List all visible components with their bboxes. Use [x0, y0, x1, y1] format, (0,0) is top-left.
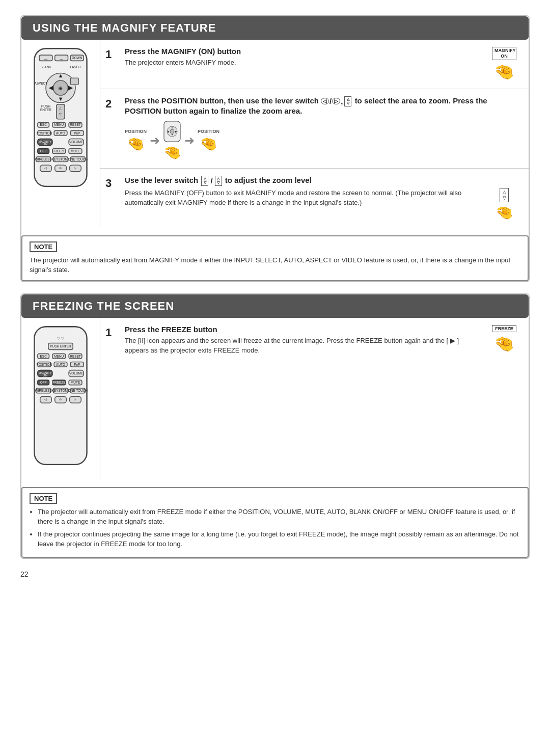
svg-text:▷: ▷	[74, 166, 77, 170]
svg-text:AUTO: AUTO	[56, 362, 65, 366]
svg-text:ASPECT: ASPECT	[34, 82, 47, 85]
svg-text:◁: ◁	[45, 397, 47, 401]
page-number: 22	[20, 570, 530, 578]
step-3-number: 3	[105, 177, 120, 190]
svg-text:▶: ▶	[175, 129, 177, 132]
svg-text:VOLUME: VOLUME	[69, 371, 84, 374]
svg-text:DOWN: DOWN	[72, 56, 82, 60]
svg-text:PnP: PnP	[74, 362, 80, 366]
magnify-step-2: 2 Press the POSITION button, then use th…	[100, 89, 529, 169]
magnify-note: NOTE The projector will automatically ex…	[21, 235, 529, 281]
freeze-step-1-desc: The [II] icon appears and the screen wil…	[125, 336, 484, 356]
step-2-number: 2	[105, 97, 120, 111]
svg-text:FREEZE: FREEZE	[52, 381, 66, 384]
step-1-icon-block: MAGNIFYON 🤏	[489, 47, 519, 82]
svg-text:◁: ◁	[45, 166, 47, 170]
magnify-note-label: NOTE	[30, 241, 57, 252]
svg-text:▲: ▲	[171, 126, 174, 129]
step-3-body: Use the lever switch △▽ / △▽ to adjust t…	[125, 176, 519, 221]
svg-text:▲: ▲	[58, 72, 63, 78]
svg-text:—: —	[44, 57, 48, 61]
freeze-note: NOTE The projector will automatically ex…	[21, 487, 529, 558]
step-3-icon-block: △▽ 🤏	[489, 188, 519, 221]
freeze-step-1: 1 Press the FREEZE button The [II] icon …	[100, 318, 529, 363]
svg-text:RESET: RESET	[70, 354, 81, 358]
magnify-section-header: USING THE MAGNIFY FEATURE	[21, 16, 529, 40]
magnify-section: USING THE MAGNIFY FEATURE — — DOWN BLANK…	[20, 15, 530, 282]
svg-text:▷: ▷	[74, 397, 77, 401]
svg-text:▼: ▼	[58, 96, 63, 102]
svg-text:⊕: ⊕	[59, 85, 63, 91]
svg-text:—: —	[60, 57, 63, 61]
step-2-title: Press the POSITION button, then use the …	[125, 96, 519, 115]
step-1-desc: The projector enters MAGNIFY mode.	[125, 58, 484, 68]
svg-text:ENTER: ENTER	[40, 108, 51, 112]
svg-text:◀: ◀	[48, 85, 53, 91]
svg-text:ON: ON	[43, 373, 48, 376]
magnify-step-1: 1 Press the MAGNIFY (ON) button The proj…	[100, 40, 529, 89]
svg-text:POSITION: POSITION	[36, 362, 52, 366]
freeze-steps-col: 1 Press the FREEZE button The [II] icon …	[100, 318, 529, 480]
freeze-title: FREEZING THE SCREEN	[33, 300, 174, 312]
svg-text:AUTO: AUTO	[56, 131, 65, 135]
svg-text:ONE TOUCH: ONE TOUCH	[68, 389, 88, 392]
freeze-layout: ▽ ▽ PUSH ENTER ESC MENU RESET POSITION A…	[21, 318, 529, 480]
svg-text:KEYSTONE: KEYSTONE	[52, 157, 70, 161]
svg-text:PUSH ENTER: PUSH ENTER	[50, 344, 71, 348]
svg-text:ESC: ESC	[40, 354, 47, 358]
svg-text:⊙: ⊙	[60, 397, 62, 401]
magnify-title: USING THE MAGNIFY FEATURE	[33, 21, 216, 34]
svg-text:◀: ◀	[167, 129, 169, 132]
freeze-note-label: NOTE	[30, 493, 57, 504]
step-3-title: Use the lever switch △▽ / △▽ to adjust t…	[125, 176, 519, 186]
hand-press-icon-1: 🤏	[494, 62, 514, 82]
magnify-step-3: 3 Use the lever switch △▽ / △▽	[100, 169, 529, 228]
svg-text:MENU: MENU	[54, 123, 64, 126]
svg-text:▼: ▼	[171, 133, 174, 136]
svg-text:ESC: ESC	[40, 123, 47, 126]
freeze-section: FREEZING THE SCREEN ▽ ▽ PUSH ENTER ESC M…	[20, 293, 530, 559]
freeze-note-bullet-2: If the projector continues projecting th…	[38, 529, 520, 549]
svg-text:ON: ON	[43, 142, 48, 146]
freeze-remote-col: ▽ ▽ PUSH ENTER ESC MENU RESET POSITION A…	[21, 318, 100, 480]
svg-text:PnP: PnP	[74, 131, 80, 135]
remote-illustration-freeze: ▽ ▽ PUSH ENTER ESC MENU RESET POSITION A…	[28, 325, 94, 473]
freeze-step-1-title: Press the FREEZE button	[125, 325, 484, 334]
step-2-body: Press the POSITION button, then use the …	[125, 96, 519, 161]
remote-illustration-magnify: — — DOWN BLANK LASER ⊕ ASPECT ▲ ▼ ◀ ▶	[28, 47, 94, 195]
magnify-steps-col: 1 Press the MAGNIFY (ON) button The proj…	[100, 40, 529, 228]
svg-text:△: △	[60, 106, 62, 110]
freeze-note-bullet-1: The projector will automatically exit fr…	[38, 507, 520, 527]
freeze-step-1-body: Press the FREEZE button The [II] icon ap…	[125, 325, 519, 356]
svg-text:FREEZE: FREEZE	[52, 149, 66, 153]
svg-text:MENU: MENU	[54, 354, 64, 358]
svg-text:MUTE: MUTE	[71, 149, 80, 153]
step-1-body: Press the MAGNIFY (ON) button The projec…	[125, 47, 519, 82]
svg-text:▽: ▽	[60, 112, 62, 116]
magnify-layout: — — DOWN BLANK LASER ⊕ ASPECT ▲ ▼ ◀ ▶	[21, 40, 529, 228]
step-1-number: 1	[105, 48, 120, 61]
step-3-desc: Press the MAGNIFY (OFF) button to exit M…	[125, 188, 484, 208]
svg-rect-13	[70, 78, 78, 85]
step-2-diagram: POSITION 🤏 ➜ ▲ ▼ ◀	[125, 120, 519, 161]
svg-text:LASER: LASER	[70, 65, 80, 69]
svg-text:⊙: ⊙	[60, 166, 62, 170]
svg-text:OFF: OFF	[40, 381, 47, 384]
freeze-icon-block: FREEZE 🤏	[489, 325, 519, 354]
step-1-title: Press the MAGNIFY (ON) button	[125, 47, 484, 56]
magnify-note-text: The projector will automatically exit fr…	[30, 255, 520, 275]
freeze-step-1-number: 1	[105, 326, 120, 339]
svg-text:▽ ▽: ▽ ▽	[57, 336, 65, 341]
svg-text:VOLUME: VOLUME	[69, 140, 84, 144]
magnify-remote-col: — — DOWN BLANK LASER ⊕ ASPECT ▲ ▼ ◀ ▶	[21, 40, 100, 228]
svg-text:WIRELESS: WIRELESS	[35, 389, 52, 392]
svg-text:BLANK: BLANK	[40, 65, 51, 69]
svg-text:POSITION: POSITION	[36, 131, 52, 135]
svg-text:WIRELESS: WIRELESS	[35, 157, 52, 161]
magnify-on-badge: MAGNIFYON	[492, 47, 516, 60]
svg-text:RESET: RESET	[70, 123, 81, 126]
svg-text:OFF: OFF	[40, 149, 47, 153]
freeze-section-header: FREEZING THE SCREEN	[21, 294, 529, 318]
svg-text:ONE TOUCH: ONE TOUCH	[68, 157, 88, 161]
freeze-note-bullets: The projector will automatically exit fr…	[30, 507, 520, 549]
